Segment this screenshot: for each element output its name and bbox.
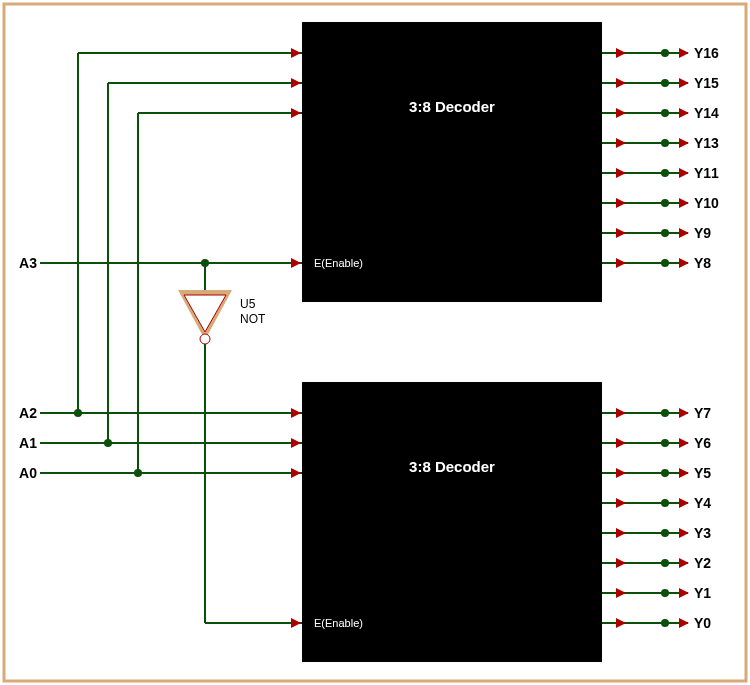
svg-marker-63 [616,468,626,478]
svg-point-84 [661,259,669,267]
svg-marker-66 [616,558,626,568]
svg-point-81 [661,169,669,177]
svg-marker-2 [184,295,226,332]
output-y6: Y6 [694,435,711,451]
output-y3: Y3 [694,525,711,541]
svg-marker-53 [679,48,689,58]
output-y2: Y2 [694,555,711,571]
svg-marker-59 [679,228,689,238]
output-arrows-bot [616,408,689,628]
svg-point-77 [661,49,669,57]
svg-marker-71 [679,468,689,478]
svg-marker-56 [679,138,689,148]
svg-marker-37 [291,48,301,58]
svg-marker-51 [616,228,626,238]
input-a0: A0 [19,465,37,481]
svg-point-78 [661,79,669,87]
output-y0: Y0 [694,615,711,631]
svg-marker-69 [679,408,689,418]
svg-marker-75 [679,588,689,598]
output-y1: Y1 [694,585,711,601]
not-name: U5 [240,297,256,311]
output-y7: Y7 [694,405,711,421]
svg-marker-43 [291,468,301,478]
svg-marker-65 [616,528,626,538]
decoder-top-title: 3:8 Decoder [409,98,495,115]
svg-marker-52 [616,258,626,268]
svg-point-83 [661,229,669,237]
svg-marker-40 [291,258,301,268]
svg-marker-73 [679,528,689,538]
svg-marker-44 [291,618,301,628]
svg-marker-54 [679,78,689,88]
svg-marker-62 [616,438,626,448]
not-type: NOT [240,312,266,326]
svg-marker-48 [616,138,626,148]
output-y14: Y14 [694,105,719,121]
svg-marker-38 [291,78,301,88]
output-y4: Y4 [694,495,711,511]
svg-marker-57 [679,168,689,178]
output-y15: Y15 [694,75,719,91]
output-y9: Y9 [694,225,711,241]
output-y5: Y5 [694,465,711,481]
svg-point-82 [661,199,669,207]
svg-marker-55 [679,108,689,118]
svg-point-85 [661,409,669,417]
svg-marker-67 [616,588,626,598]
svg-marker-61 [616,408,626,418]
output-y10: Y10 [694,195,719,211]
decoder-bot-title: 3:8 Decoder [409,458,495,475]
svg-marker-41 [291,408,301,418]
svg-marker-45 [616,48,626,58]
svg-point-86 [661,439,669,447]
svg-point-3 [200,334,210,344]
svg-marker-42 [291,438,301,448]
enable-bot-label: E(Enable) [314,617,363,629]
svg-marker-68 [616,618,626,628]
svg-marker-47 [616,108,626,118]
svg-point-79 [661,109,669,117]
svg-point-92 [661,619,669,627]
input-a3: A3 [19,255,37,271]
svg-marker-70 [679,438,689,448]
svg-marker-39 [291,108,301,118]
svg-marker-46 [616,78,626,88]
enable-top-label: E(Enable) [314,257,363,269]
svg-point-87 [661,469,669,477]
input-a2: A2 [19,405,37,421]
svg-point-89 [661,529,669,537]
not-gate [178,290,232,344]
svg-marker-74 [679,558,689,568]
svg-point-80 [661,139,669,147]
svg-marker-49 [616,168,626,178]
svg-marker-58 [679,198,689,208]
output-y11: Y11 [694,165,719,181]
input-a1: A1 [19,435,37,451]
output-y13: Y13 [694,135,719,151]
output-y16: Y16 [694,45,719,61]
svg-marker-76 [679,618,689,628]
output-arrows-top [616,48,689,268]
svg-point-88 [661,499,669,507]
svg-marker-64 [616,498,626,508]
svg-marker-60 [679,258,689,268]
svg-marker-72 [679,498,689,508]
svg-marker-50 [616,198,626,208]
svg-point-91 [661,589,669,597]
svg-point-90 [661,559,669,567]
output-y8: Y8 [694,255,711,271]
